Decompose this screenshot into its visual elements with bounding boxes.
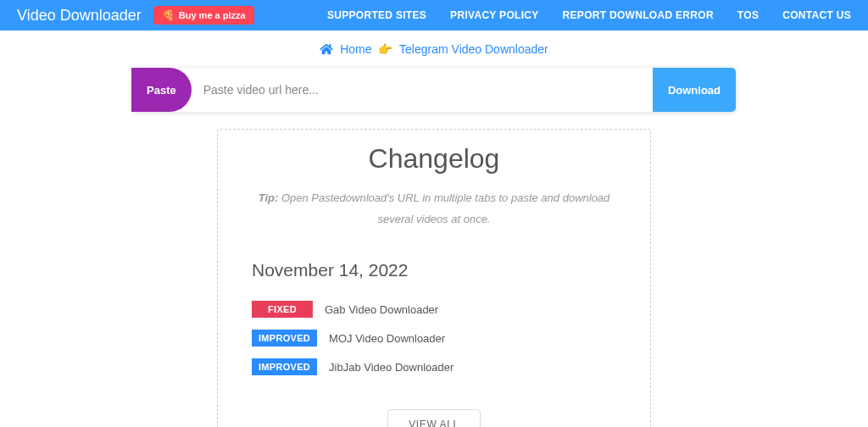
logo[interactable]: Video Downloader xyxy=(17,7,142,25)
tip-label: Tip: xyxy=(259,191,279,204)
home-icon xyxy=(320,42,337,56)
nav-tos[interactable]: TOS xyxy=(737,9,759,21)
status-badge: FIXED xyxy=(252,301,313,318)
url-input-bar: Paste Download xyxy=(132,68,736,112)
change-text: JibJab Video Downloader xyxy=(329,361,453,374)
change-text: Gab Video Downloader xyxy=(325,303,438,316)
status-badge: IMPROVED xyxy=(252,330,317,347)
pizza-icon: 🍕 xyxy=(162,9,175,21)
breadcrumb: Home 👉 Telegram Video Downloader xyxy=(0,30,868,68)
change-row: FIXED Gab Video Downloader xyxy=(252,301,616,318)
nav-report-error[interactable]: REPORT DOWNLOAD ERROR xyxy=(563,9,714,21)
paste-button[interactable]: Paste xyxy=(131,68,192,112)
header: Video Downloader 🍕 Buy me a pizza SUPPOR… xyxy=(0,0,868,30)
download-button[interactable]: Download xyxy=(653,68,736,112)
nav-privacy-policy[interactable]: PRIVACY POLICY xyxy=(450,9,538,21)
view-all-button[interactable]: VIEW ALL xyxy=(387,409,481,427)
change-row: IMPROVED MOJ Video Downloader xyxy=(252,330,616,347)
change-text: MOJ Video Downloader xyxy=(329,332,445,345)
changelog-date: November 14, 2022 xyxy=(252,260,616,280)
change-row: IMPROVED JibJab Video Downloader xyxy=(252,358,616,375)
changelog-tip: Tip: Open Pastedownload's URL in multipl… xyxy=(252,188,616,230)
donate-label: Buy me a pizza xyxy=(179,10,246,20)
nav-contact[interactable]: CONTACT US xyxy=(782,9,851,21)
top-nav: SUPPORTED SITES PRIVACY POLICY REPORT DO… xyxy=(327,9,851,21)
changelog-title: Changelog xyxy=(252,143,616,175)
hand-pointer-icon: 👉 xyxy=(378,42,392,56)
nav-supported-sites[interactable]: SUPPORTED SITES xyxy=(327,9,426,21)
breadcrumb-current[interactable]: Telegram Video Downloader xyxy=(399,42,548,56)
status-badge: IMPROVED xyxy=(252,358,317,375)
breadcrumb-home[interactable]: Home xyxy=(340,42,371,56)
tip-text: Open Pastedownload's URL in multiple tab… xyxy=(281,191,609,225)
changelog: Changelog Tip: Open Pastedownload's URL … xyxy=(217,129,651,427)
url-input[interactable] xyxy=(192,68,653,112)
donate-button[interactable]: 🍕 Buy me a pizza xyxy=(153,6,254,25)
